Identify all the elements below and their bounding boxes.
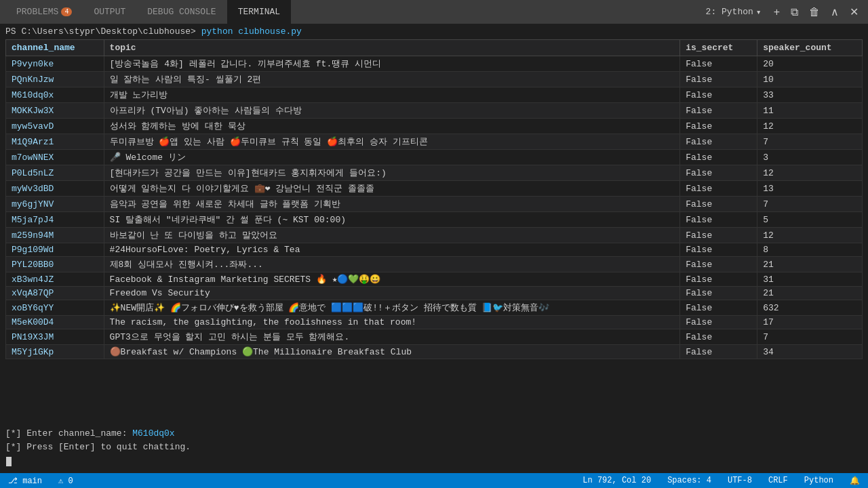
cell-is-secret: False <box>680 300 757 316</box>
cell-speaker-count: 31 <box>757 272 863 287</box>
table-row: myw5vavD 성서와 함께하는 방에 대한 묵상 False 12 <box>6 119 863 134</box>
input-area: [*] Enter channel_name: M610dq0x [*] Pre… <box>0 423 868 473</box>
status-line-col[interactable]: Ln 792, Col 20 <box>580 476 654 485</box>
cell-speaker-count: 3 <box>757 150 863 165</box>
maximize-panel-button[interactable]: ∧ <box>827 5 843 19</box>
cell-topic: 음악과 공연을 위한 새로운 차세대 글하 플랫폼 기획반 <box>104 197 680 212</box>
table-row: xVqA87QP Freedom Vs Security False 21 <box>6 287 863 300</box>
cell-channel: MOKKJw3X <box>6 103 104 119</box>
cell-is-secret: False <box>680 150 757 165</box>
cell-is-secret: False <box>680 181 757 197</box>
cell-channel: m7owNNEX <box>6 150 104 165</box>
table-row: PQnKnJzw 일 잘하는 사람의 특징- 씰풀기 2편 False 10 <box>6 72 863 87</box>
table-row: M610dq0x 개발 노가리방 False 33 <box>6 87 863 103</box>
table-row: MOKKJw3X 아프리카 (TV아님) 좋아하는 사람들의 수다방 False… <box>6 103 863 119</box>
cell-is-secret: False <box>680 345 757 359</box>
cursor-line[interactable] <box>5 455 863 469</box>
tab-terminal[interactable]: TERMINAL <box>227 0 291 24</box>
cell-speaker-count: 7 <box>757 134 863 150</box>
tab-problems[interactable]: PROBLEMS 4 <box>5 0 83 24</box>
tab-group: PROBLEMS 4 OUTPUT DEBUG CONSOLE TERMINAL <box>5 0 291 24</box>
table-row: xoBY6qYY ✨NEW開店✨ 🌈フォロバ伸び♥を救う部屋 🌈意地で 🟦🟦🟦破… <box>6 300 863 316</box>
cell-topic: 아프리카 (TV아님) 좋아하는 사람들의 수다방 <box>104 103 680 119</box>
terminal-cursor <box>6 457 12 466</box>
cell-is-secret: False <box>680 119 757 134</box>
tab-output[interactable]: OUTPUT <box>83 0 136 24</box>
cell-channel: myWv3dBD <box>6 181 104 197</box>
cell-is-secret: False <box>680 165 757 181</box>
cell-speaker-count: 11 <box>757 103 863 119</box>
tab-output-label: OUTPUT <box>94 7 125 17</box>
table-row: P9vyn0ke [방송국놀음 4화] 레폴러 갑니다. 끼부려주세효 ft.땡… <box>6 56 863 72</box>
status-encoding[interactable]: UTF-8 <box>725 476 755 485</box>
cell-topic: ✨NEW開店✨ 🌈フォロバ伸び♥を救う部屋 🌈意地で 🟦🟦🟦破!!＋ボタン 招待… <box>104 300 680 316</box>
cell-channel: M5ja7pJ4 <box>6 212 104 228</box>
cell-is-secret: False <box>680 103 757 119</box>
cell-channel: P0Ld5nLZ <box>6 165 104 181</box>
input-line-2: [*] Press [Enter] to quit chatting. <box>5 441 863 455</box>
table-row: m7owNNEX 🎤 Welcome リン False 3 <box>6 150 863 165</box>
cell-is-secret: False <box>680 272 757 287</box>
cell-channel: P9g109Wd <box>6 243 104 257</box>
new-terminal-button[interactable]: + <box>770 5 784 19</box>
table-row: myWv3dBD 어떻게 일하는지 다 이야기할게요 💼❤️ 강남언니 전직군 … <box>6 181 863 197</box>
table-row: my6gjYNV 음악과 공연을 위한 새로운 차세대 글하 플랫폼 기획반 F… <box>6 197 863 212</box>
status-language[interactable]: Python <box>802 476 836 485</box>
cell-is-secret: False <box>680 257 757 272</box>
channels-table: channel_name topic is_secret speaker_cou… <box>5 39 863 359</box>
title-bar-right: 2: Python ▾ + ⧉ 🗑 ∧ ✕ <box>701 5 863 19</box>
cell-speaker-count: 632 <box>757 300 863 316</box>
table-row: P0Ld5nLZ [현대카드가 공간을 만드는 이유]현대카드 홍지휘자에게 들… <box>6 165 863 181</box>
table-row: m259n94M 바보같이 난 또 다이빙을 하고 말았어요 False 12 <box>6 228 863 243</box>
header-channel-name: channel_name <box>6 40 104 56</box>
cell-topic: 제8회 싱대모사 진행시켜...좌짜... <box>104 257 680 272</box>
cell-channel: myw5vavD <box>6 119 104 134</box>
cell-is-secret: False <box>680 87 757 103</box>
split-terminal-button[interactable]: ⧉ <box>787 5 802 19</box>
cell-channel: M5Yj1GKp <box>6 345 104 359</box>
python-selector[interactable]: 2: Python ▾ <box>701 5 767 19</box>
table-row: PYL20BB0 제8회 싱대모사 진행시켜...좌짜... False 21 <box>6 257 863 272</box>
tab-debug-console[interactable]: DEBUG CONSOLE <box>136 0 226 24</box>
status-bar-right: Ln 792, Col 20 Spaces: 4 UTF-8 CRLF Pyth… <box>580 476 863 486</box>
cell-channel: M5eK00D4 <box>6 316 104 329</box>
status-eol[interactable]: CRLF <box>766 476 791 485</box>
cell-channel: xVqA87QP <box>6 287 104 300</box>
cell-speaker-count: 21 <box>757 257 863 272</box>
cell-topic: 일 잘하는 사람의 특징- 씰풀기 2편 <box>104 72 680 87</box>
cell-channel: P9vyn0ke <box>6 56 104 72</box>
notification-bell-icon[interactable]: 🔔 <box>847 476 863 486</box>
cell-speaker-count: 12 <box>757 228 863 243</box>
chevron-down-icon: ▾ <box>756 7 762 18</box>
status-branch[interactable]: ⎇ main <box>5 476 45 486</box>
cell-speaker-count: 17 <box>757 316 863 329</box>
cell-speaker-count: 5 <box>757 212 863 228</box>
cell-topic: 🟤Breakfast w/ Champions 🟢The Millionaire… <box>104 345 680 359</box>
channel-input-value: M610dq0x <box>132 428 174 439</box>
table-row: M1Q9Arz1 두미큐브방 🍎앱 있는 사람 🍎두미큐브 규칙 동일 🍎최후의… <box>6 134 863 150</box>
cell-channel: m259n94M <box>6 228 104 243</box>
table-row: P9g109Wd #24HoursoFLove: Poetry, Lyrics … <box>6 243 863 257</box>
table-container[interactable]: channel_name topic is_secret speaker_cou… <box>0 39 868 423</box>
cell-is-secret: False <box>680 56 757 72</box>
input-line-1: [*] Enter channel_name: M610dq0x <box>5 427 863 441</box>
cell-channel: PYL20BB0 <box>6 257 104 272</box>
cell-topic: #24HoursoFLove: Poetry, Lyrics & Tea <box>104 243 680 257</box>
cell-topic: [방송국놀음 4화] 레폴러 갑니다. 끼부려주세효 ft.땡큐 시먼디 <box>104 56 680 72</box>
cell-topic: Facebook & Instagram Marketing SECRETS 🔥… <box>104 272 680 287</box>
cell-speaker-count: 13 <box>757 181 863 197</box>
tab-debug-label: DEBUG CONSOLE <box>147 7 216 17</box>
enter-channel-prompt: [*] Enter channel_name: <box>5 428 132 439</box>
close-panel-button[interactable]: ✕ <box>846 5 863 19</box>
header-is-secret: is_secret <box>680 40 757 56</box>
trash-icon[interactable]: 🗑 <box>805 5 824 19</box>
cell-channel: xB3wn4JZ <box>6 272 104 287</box>
header-topic: topic <box>104 40 680 56</box>
cell-speaker-count: 34 <box>757 345 863 359</box>
table-row: xB3wn4JZ Facebook & Instagram Marketing … <box>6 272 863 287</box>
status-spaces[interactable]: Spaces: 4 <box>665 476 714 485</box>
status-warnings[interactable]: ⚠ 0 <box>56 476 76 486</box>
cell-topic: GPT3으로 무엇을 할지 고민 하시는 분들 모두 함께해요. <box>104 329 680 345</box>
cell-speaker-count: 21 <box>757 287 863 300</box>
cell-speaker-count: 12 <box>757 165 863 181</box>
